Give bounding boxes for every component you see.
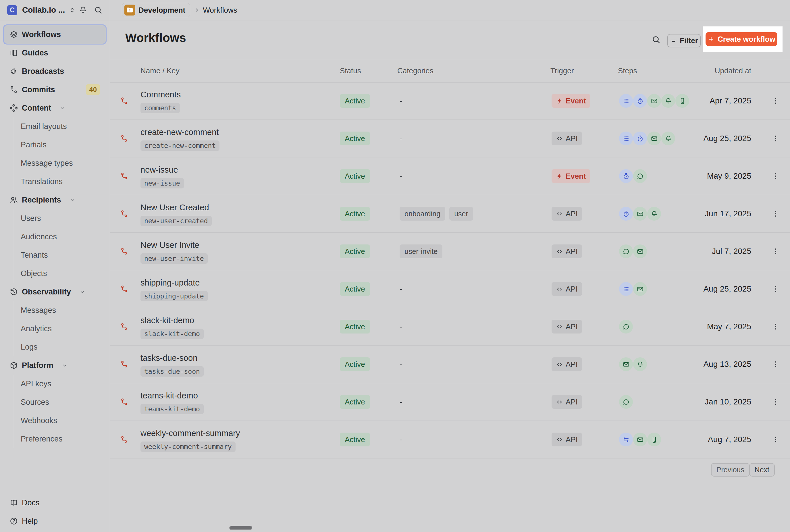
sidebar-item-users[interactable]: Users bbox=[4, 209, 106, 228]
table-row[interactable]: new-issuenew-issueActive-EventMay 9, 202… bbox=[110, 157, 790, 195]
sidebar-item-platform[interactable]: Platform bbox=[4, 356, 106, 375]
sidebar-item-partials[interactable]: Partials bbox=[4, 136, 106, 154]
table-row[interactable]: New User Invitenew-user-inviteActiveuser… bbox=[110, 233, 790, 270]
column-header-updated-at: Updated at bbox=[715, 59, 751, 82]
trigger-badge-api: API bbox=[552, 245, 582, 258]
environment-selector[interactable]: Development bbox=[122, 3, 190, 17]
workflow-name-link[interactable]: slack-kit-demo bbox=[140, 316, 194, 325]
horizontal-scrollbar-thumb[interactable] bbox=[229, 526, 252, 530]
sidebar: WorkflowsGuidesBroadcastsCommits40Conten… bbox=[0, 20, 110, 532]
sidebar-item-workflows[interactable]: Workflows bbox=[4, 25, 106, 44]
sidebar-item-message-types[interactable]: Message types bbox=[4, 154, 106, 172]
sidebar-item-preferences[interactable]: Preferences bbox=[4, 430, 106, 448]
kebab-menu-icon bbox=[771, 397, 780, 407]
sidebar-item-help[interactable]: Help bbox=[4, 512, 106, 530]
table-row[interactable]: tasks-due-soontasks-due-soonActive-APIAu… bbox=[110, 346, 790, 383]
workflow-key-chip: new-user-invite bbox=[140, 253, 208, 264]
workflow-icon bbox=[120, 210, 128, 218]
row-overflow-menu-button[interactable] bbox=[769, 168, 782, 184]
table-row[interactable]: shipping-updateshipping-updateActive-API… bbox=[110, 270, 790, 308]
row-overflow-menu-button[interactable] bbox=[769, 432, 782, 448]
create-workflow-label: Create workflow bbox=[718, 35, 775, 44]
row-overflow-menu-button[interactable] bbox=[769, 356, 782, 372]
table-row[interactable]: New User Creatednew-user-createdActiveon… bbox=[110, 195, 790, 233]
trigger-label: API bbox=[566, 209, 578, 218]
trigger-badge-api: API bbox=[552, 357, 582, 371]
workflow-name-link[interactable]: tasks-due-soon bbox=[140, 353, 197, 363]
sidebar-item-translations[interactable]: Translations bbox=[4, 172, 106, 191]
table-row[interactable]: create-new-commentcreate-new-commentActi… bbox=[110, 120, 790, 157]
row-overflow-menu-button[interactable] bbox=[769, 243, 782, 260]
workflow-name-link[interactable]: New User Invite bbox=[140, 241, 199, 250]
categories-empty-dash: - bbox=[400, 383, 402, 420]
next-page-button[interactable]: Next bbox=[749, 463, 775, 477]
row-overflow-menu-button[interactable] bbox=[769, 281, 782, 297]
sidebar-item-commits[interactable]: Commits40 bbox=[4, 80, 106, 99]
categories-empty-dash: - bbox=[400, 157, 402, 195]
workflow-name-link[interactable]: create-new-comment bbox=[140, 128, 218, 137]
step-bell-icon bbox=[661, 94, 675, 108]
sidebar-item-docs[interactable]: Docs bbox=[4, 494, 106, 512]
sidebar-item-sources[interactable]: Sources bbox=[4, 393, 106, 411]
sidebar-item-broadcasts[interactable]: Broadcasts bbox=[4, 62, 106, 80]
categories-empty-dash: - bbox=[400, 308, 402, 345]
trigger-badge-api: API bbox=[552, 433, 582, 446]
status-badge: Active bbox=[340, 132, 370, 145]
sidebar-subitem-label: Partials bbox=[21, 140, 46, 149]
workflow-name-link[interactable]: shipping-update bbox=[140, 278, 200, 287]
page-title: Workflows bbox=[125, 31, 186, 45]
row-overflow-menu-button[interactable] bbox=[769, 93, 782, 109]
create-workflow-button[interactable]: Create workflow bbox=[706, 32, 777, 46]
status-badge: Active bbox=[340, 433, 370, 446]
kebab-menu-icon bbox=[771, 284, 780, 294]
sidebar-item-objects[interactable]: Objects bbox=[4, 264, 106, 283]
step-email-icon bbox=[633, 245, 647, 258]
filter-button[interactable]: Filter bbox=[667, 34, 701, 48]
sidebar-item-label: Platform bbox=[22, 361, 54, 370]
sidebar-item-messages[interactable]: Messages bbox=[4, 301, 106, 319]
sidebar-search-icon[interactable] bbox=[94, 5, 103, 15]
people-icon bbox=[9, 196, 18, 204]
sidebar-item-webhooks[interactable]: Webhooks bbox=[4, 411, 106, 430]
table-row[interactable]: teams-kit-demoteams-kit-demoActive-APIJa… bbox=[110, 383, 790, 421]
workflow-name-link[interactable]: teams-kit-demo bbox=[140, 391, 198, 400]
workflow-icon bbox=[120, 398, 128, 406]
table-row[interactable]: CommentscommentsActive-EventApr 7, 2025 bbox=[110, 82, 790, 120]
categories-empty-dash: - bbox=[400, 82, 402, 119]
org-switcher[interactable]: C Collab.io ... bbox=[7, 0, 76, 20]
kebab-menu-icon bbox=[771, 133, 780, 144]
sidebar-item-analytics[interactable]: Analytics bbox=[4, 319, 106, 338]
workflow-name-link[interactable]: new-issue bbox=[140, 165, 178, 175]
branch-icon bbox=[9, 85, 18, 94]
table-row[interactable]: weekly-comment-summaryweekly-comment-sum… bbox=[110, 421, 790, 458]
sidebar-nav: WorkflowsGuidesBroadcastsCommits40Conten… bbox=[4, 25, 106, 448]
sidebar-item-audiences[interactable]: Audiences bbox=[4, 228, 106, 246]
sidebar-subitem-label: Messages bbox=[21, 306, 56, 315]
notifications-bell-icon[interactable] bbox=[78, 5, 88, 15]
lightning-icon bbox=[556, 97, 563, 104]
sidebar-item-tenants[interactable]: Tenants bbox=[4, 246, 106, 264]
sidebar-item-guides[interactable]: Guides bbox=[4, 44, 106, 62]
row-overflow-menu-button[interactable] bbox=[769, 319, 782, 335]
row-overflow-menu-button[interactable] bbox=[769, 394, 782, 410]
row-overflow-menu-button[interactable] bbox=[769, 206, 782, 222]
updated-at-value: Aug 13, 2025 bbox=[703, 346, 751, 383]
table-search-icon[interactable] bbox=[651, 35, 661, 44]
code-brackets-icon bbox=[556, 248, 563, 255]
sidebar-item-content[interactable]: Content bbox=[4, 99, 106, 117]
sidebar-item-recipients[interactable]: Recipients bbox=[4, 191, 106, 209]
sidebar-item-email-layouts[interactable]: Email layouts bbox=[4, 117, 106, 136]
workflow-name-link[interactable]: New User Created bbox=[140, 203, 209, 212]
workflow-key-chip: weekly-comment-summary bbox=[140, 441, 235, 452]
sidebar-item-logs[interactable]: Logs bbox=[4, 338, 106, 356]
row-overflow-menu-button[interactable] bbox=[769, 130, 782, 147]
sidebar-item-api-keys[interactable]: API keys bbox=[4, 375, 106, 393]
chevron-right-icon bbox=[193, 6, 200, 14]
workflow-name-link[interactable]: weekly-comment-summary bbox=[140, 429, 240, 438]
previous-page-button[interactable]: Previous bbox=[711, 463, 750, 477]
category-chip: onboarding bbox=[400, 207, 445, 221]
table-row[interactable]: slack-kit-demoslack-kit-demoActive-APIMa… bbox=[110, 308, 790, 346]
steps-cell bbox=[619, 357, 647, 371]
workflow-name-link[interactable]: Comments bbox=[140, 90, 181, 99]
sidebar-item-observability[interactable]: Observability bbox=[4, 283, 106, 301]
